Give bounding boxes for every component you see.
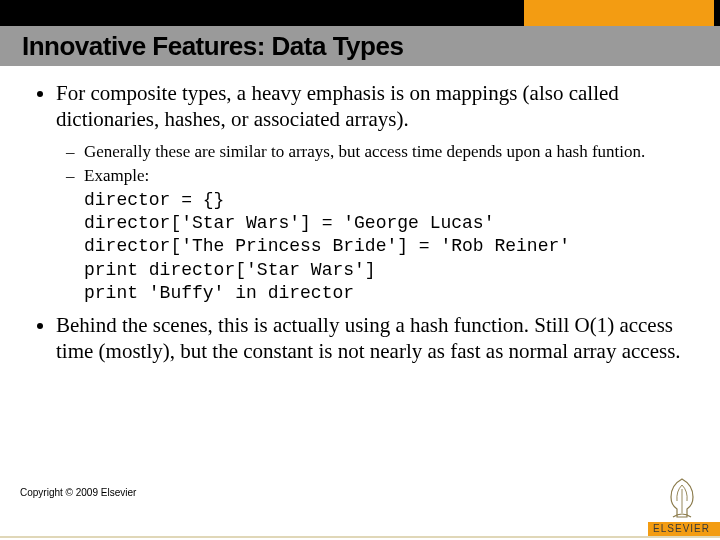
slide: Innovative Features: Data Types For comp…: [0, 0, 720, 540]
sub-bullet-item: Generally these are similar to arrays, b…: [84, 141, 692, 163]
title-bar: Innovative Features: Data Types: [0, 26, 720, 66]
bullet-text: Behind the scenes, this is actually usin…: [56, 313, 681, 363]
bullet-text: For composite types, a heavy emphasis is…: [56, 81, 619, 131]
sub-bullet-item: Example:: [84, 165, 692, 187]
bullet-list: For composite types, a heavy emphasis is…: [32, 80, 692, 364]
footer-divider-line: [0, 536, 720, 538]
code-block: director = {} director['Star Wars'] = 'G…: [56, 189, 692, 306]
copyright-text: Copyright © 2009 Elsevier: [20, 487, 136, 498]
sub-bullet-list: Generally these are similar to arrays, b…: [56, 141, 692, 187]
slide-body: For composite types, a heavy emphasis is…: [32, 80, 692, 370]
publisher-logo: ELSEVIER: [653, 475, 710, 534]
publisher-name: ELSEVIER: [653, 523, 710, 534]
tree-icon: [659, 475, 705, 521]
bullet-item: Behind the scenes, this is actually usin…: [56, 312, 692, 365]
slide-title: Innovative Features: Data Types: [0, 31, 403, 62]
bullet-item: For composite types, a heavy emphasis is…: [56, 80, 692, 306]
